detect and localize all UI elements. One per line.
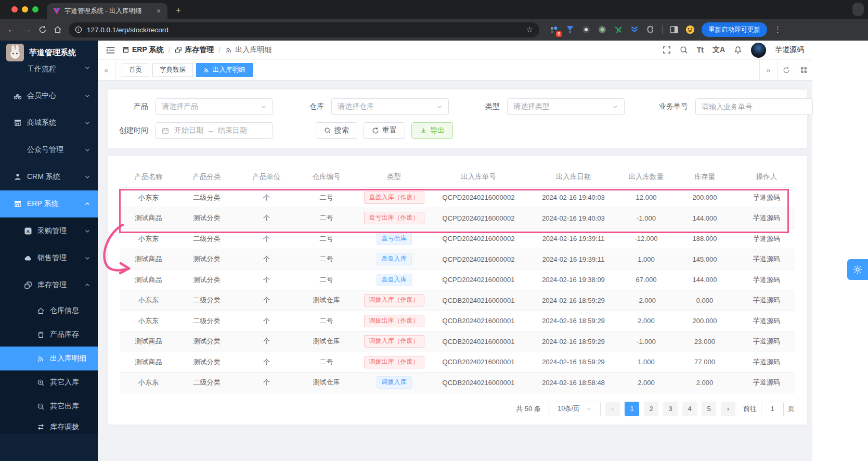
sidebar-item-purchase-mgmt[interactable]: A 采购管理 xyxy=(0,217,98,245)
extension-icon-gray-flower[interactable] xyxy=(581,25,591,34)
cell-unit: 个 xyxy=(237,249,296,270)
minimize-window-button[interactable] xyxy=(22,6,28,12)
settings-drawer-button[interactable] xyxy=(847,259,868,280)
tab-close-icon[interactable]: × xyxy=(154,6,163,16)
font-size-icon[interactable]: Tt xyxy=(697,46,704,54)
page-button-1[interactable]: 1 xyxy=(625,402,639,416)
extensions-puzzle-icon[interactable] xyxy=(646,25,655,34)
cell-category: 二级分类 xyxy=(177,311,237,331)
tag-dict-data[interactable]: 字典数据 xyxy=(152,63,193,77)
chevron-down-icon xyxy=(586,406,592,412)
breadcrumb-erp[interactable]: ERP 系统 xyxy=(122,45,163,55)
extension-icon-blue-chevrons[interactable] xyxy=(630,25,639,34)
cell-record-no: QCPD20240216000002 xyxy=(432,228,525,249)
sidebar-item-sales-mgmt[interactable]: 销售管理 xyxy=(0,245,98,272)
sidebar-item-erp-system[interactable]: ERP 系统 xyxy=(0,190,98,217)
sidebar-item-mall-system[interactable]: 商城系统 xyxy=(0,109,98,136)
sidebar-item-crm-system[interactable]: CRM 系统 xyxy=(0,163,98,190)
cell-stock: 77.000 xyxy=(671,352,739,373)
sidebar-item-other-out[interactable]: 其它出库 xyxy=(0,394,98,418)
sidebar-item-stock-move[interactable]: 库存调拨 xyxy=(0,418,98,434)
goto-page-input[interactable] xyxy=(761,402,784,416)
prev-page-button[interactable]: ‹ xyxy=(605,402,620,416)
back-icon[interactable]: ← xyxy=(7,24,16,35)
home-icon[interactable] xyxy=(54,25,62,34)
bell-icon[interactable] xyxy=(734,46,742,54)
warehouse-select[interactable]: 请选择仓库 xyxy=(331,98,449,115)
sidebar-item-stock-record[interactable]: 出入库明细 xyxy=(0,347,98,370)
tag-home[interactable]: 首页 xyxy=(122,63,149,77)
chevron-down-icon xyxy=(84,174,90,180)
reload-icon[interactable] xyxy=(38,25,47,34)
username[interactable]: 芋道源码 xyxy=(775,45,804,55)
sidebar-item-warehouse-info[interactable]: 仓库信息 xyxy=(0,299,98,323)
tags-refresh-icon[interactable] xyxy=(777,60,795,80)
date-range-picker[interactable]: 开始日期 – 结束日期 xyxy=(156,122,273,139)
sidebar-item-workflow[interactable]: 工作流程 xyxy=(0,65,98,82)
page-button-2[interactable]: 2 xyxy=(644,402,658,416)
bookmark-star-icon[interactable]: ☆ xyxy=(526,25,533,34)
sidebar-item-official-account[interactable]: 公众号管理 xyxy=(0,136,98,163)
cell-unit: 个 xyxy=(237,331,296,352)
maximize-window-button[interactable] xyxy=(32,6,38,12)
type-select[interactable]: 请选择类型 xyxy=(507,98,625,115)
breadcrumb-stock-mgmt[interactable]: 库存管理 xyxy=(175,45,214,55)
browser-tab-strip: 芋道管理系统 - 出入库明细 × + xyxy=(0,0,868,19)
cell-category: 二级分类 xyxy=(177,228,237,249)
cell-unit: 个 xyxy=(237,270,296,290)
fullscreen-icon[interactable] xyxy=(663,46,671,54)
next-page-button[interactable]: › xyxy=(721,402,735,416)
cell-warehouse: 测试仓库 xyxy=(296,331,356,352)
cell-date: 2024-02-16 19:38:09 xyxy=(525,270,621,290)
cell-category: 测试分类 xyxy=(177,249,237,270)
sidebar-item-product-stock[interactable]: 产品库存 xyxy=(0,323,98,347)
tag-stock-record[interactable]: 出入库明细 xyxy=(196,63,253,77)
user-avatar[interactable] xyxy=(751,43,766,58)
bizno-input-wrap[interactable] xyxy=(695,98,813,115)
new-tab-button[interactable]: + xyxy=(176,5,181,16)
sidebar-item-other-in[interactable]: 其它入库 xyxy=(0,370,98,394)
cell-date: 2024-02-16 18:59:29 xyxy=(525,290,621,311)
sidebar-logo[interactable]: 芋道管理系统 xyxy=(0,41,98,65)
product-select[interactable]: 请选择产品 xyxy=(156,98,273,115)
sidebar-item-member-center[interactable]: 会员中心 xyxy=(0,82,98,109)
cell-qty: -1.000 xyxy=(621,208,671,229)
site-info-icon[interactable] xyxy=(75,26,82,33)
cell-operator: 芋道源码 xyxy=(739,311,795,331)
extension-icon-gray-green-dot[interactable] xyxy=(598,25,607,34)
cell-category: 测试分类 xyxy=(177,331,237,352)
reset-button[interactable]: 重置 xyxy=(364,122,405,139)
chevron-down-icon xyxy=(261,104,267,110)
page-button-3[interactable]: 3 xyxy=(663,402,678,416)
page-button-4[interactable]: 4 xyxy=(682,402,697,416)
tags-layout-grid-icon[interactable] xyxy=(795,60,812,80)
sidebar-item-stock-mgmt[interactable]: 库存管理 xyxy=(0,272,98,299)
collapse-sidebar-icon[interactable] xyxy=(106,46,115,54)
extension-icon-badged[interactable]: 6 xyxy=(549,25,559,34)
browser-tab[interactable]: 芋道管理系统 - 出入库明细 × xyxy=(47,3,167,19)
close-window-button[interactable] xyxy=(11,6,18,12)
cell-category: 二级分类 xyxy=(177,187,237,208)
search-icon[interactable] xyxy=(680,46,688,54)
page-size-select[interactable]: 10条/页 xyxy=(549,402,601,416)
export-button[interactable]: 导出 xyxy=(411,122,453,139)
chrome-update-button[interactable]: 重新启动即可更新 xyxy=(702,22,767,37)
cell-product: 小东东 xyxy=(120,311,177,331)
cell-operator: 芋道源码 xyxy=(739,373,795,393)
profile-avatar-emoji[interactable] xyxy=(685,25,695,34)
tags-scroll-left-icon[interactable]: « xyxy=(98,60,115,80)
locale-icon[interactable]: 文A xyxy=(712,45,725,55)
table-body: 小东东二级分类个二号盘盈入库（作废）QCPD202402160000022024… xyxy=(120,187,795,393)
extension-icon-green-star[interactable] xyxy=(614,25,623,34)
url-bar[interactable]: 127.0.0.1/erp/stock/record ☆ xyxy=(69,22,539,37)
app-title: 芋道管理系统 xyxy=(29,48,76,58)
side-panel-icon[interactable] xyxy=(669,25,679,34)
page-button-5[interactable]: 5 xyxy=(702,402,716,416)
cell-record-no: QCDB20240216000001 xyxy=(432,311,525,331)
bizno-input[interactable] xyxy=(702,103,807,111)
extension-icon-kite[interactable] xyxy=(565,25,575,34)
search-button[interactable]: 搜索 xyxy=(316,122,357,139)
browser-menu-icon[interactable]: ⋮ xyxy=(774,25,782,34)
forward-icon[interactable]: → xyxy=(23,24,32,35)
tags-scroll-right-icon[interactable]: » xyxy=(759,60,777,80)
